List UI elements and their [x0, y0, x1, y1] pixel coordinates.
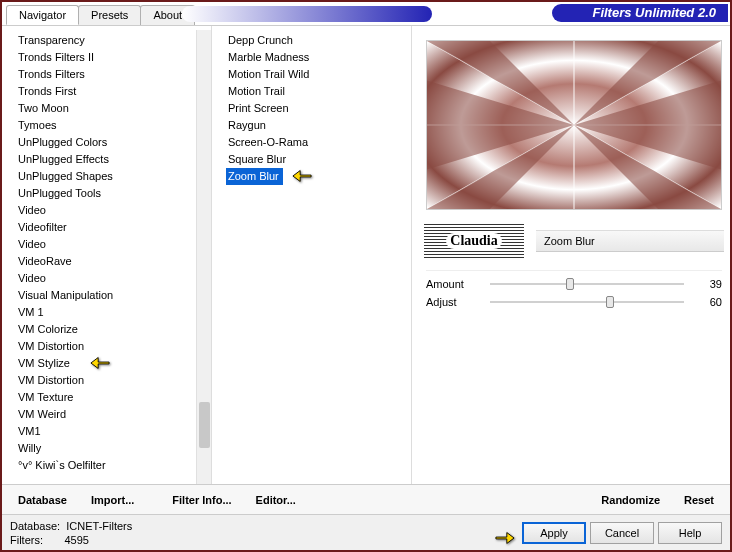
category-item[interactable]: UnPlugged Tools: [16, 185, 207, 202]
category-list[interactable]: TransparencyTronds Filters IITronds Filt…: [2, 30, 211, 484]
category-item[interactable]: Visual Manipulation: [16, 287, 207, 304]
zoom-blur-preview: [427, 41, 721, 209]
category-item[interactable]: Tronds First: [16, 83, 207, 100]
category-item[interactable]: VM Texture: [16, 389, 207, 406]
button-row: Apply Cancel Help: [522, 522, 722, 544]
category-item[interactable]: VM1: [16, 423, 207, 440]
slider-thumb[interactable]: [606, 296, 614, 308]
filter-item[interactable]: Raygun: [226, 117, 407, 134]
filter-item[interactable]: Print Screen: [226, 100, 407, 117]
filter-item[interactable]: Screen-O-Rama: [226, 134, 407, 151]
category-item[interactable]: VM Stylize: [16, 355, 207, 372]
apply-button[interactable]: Apply: [522, 522, 586, 544]
left-scrollbar[interactable]: [196, 30, 211, 484]
author-logo: Claudia: [424, 224, 524, 258]
category-item[interactable]: Tronds Filters II: [16, 49, 207, 66]
category-pane: TransparencyTronds Filters IITronds Filt…: [2, 26, 212, 484]
category-item[interactable]: VideoRave: [16, 253, 207, 270]
help-button[interactable]: Help: [658, 522, 722, 544]
slider-thumb[interactable]: [566, 278, 574, 290]
category-item[interactable]: Tymoes: [16, 117, 207, 134]
category-item[interactable]: Videofilter: [16, 219, 207, 236]
filter-pane: Depp CrunchMarble MadnessMotion Trail Wi…: [212, 26, 412, 484]
slider-track[interactable]: [490, 283, 684, 285]
main-area: TransparencyTronds Filters IITronds Filt…: [2, 26, 730, 484]
category-item[interactable]: Video: [16, 202, 207, 219]
pointer-hand-icon: [291, 166, 313, 186]
category-item[interactable]: VM Distortion: [16, 338, 207, 355]
filter-item[interactable]: Depp Crunch: [226, 32, 407, 49]
preview-pane: Claudia Zoom Blur Amount39Adjust60: [412, 26, 730, 484]
category-item[interactable]: UnPlugged Effects: [16, 151, 207, 168]
category-item[interactable]: Video: [16, 236, 207, 253]
filters-count: 4595: [64, 534, 88, 546]
category-item[interactable]: Two Moon: [16, 100, 207, 117]
preview-image: [426, 40, 722, 210]
editor-button[interactable]: Editor...: [246, 490, 306, 510]
author-logo-text: Claudia: [446, 233, 501, 249]
filters-label: Filters:: [10, 534, 43, 546]
title-gradient: [182, 6, 432, 22]
category-item[interactable]: UnPlugged Colors: [16, 134, 207, 151]
cancel-button[interactable]: Cancel: [590, 522, 654, 544]
import-button[interactable]: Import...: [81, 490, 144, 510]
db-name: ICNET-Filters: [66, 520, 132, 532]
category-item[interactable]: °v° Kiwi`s Oelfilter: [16, 457, 207, 474]
slider-value: 60: [698, 296, 722, 308]
filter-item[interactable]: Marble Madness: [226, 49, 407, 66]
category-item[interactable]: UnPlugged Shapes: [16, 168, 207, 185]
toolbar: Database Import... Filter Info... Editor…: [2, 484, 730, 514]
database-button[interactable]: Database: [8, 490, 77, 510]
db-label: Database:: [10, 520, 60, 532]
filter-item[interactable]: Motion Trail Wild: [226, 66, 407, 83]
pointer-hand-icon: [494, 528, 516, 548]
left-scroll-thumb[interactable]: [199, 402, 210, 447]
tab-strip: Navigator Presets About: [6, 5, 194, 25]
slider-track[interactable]: [490, 301, 684, 303]
filter-list[interactable]: Depp CrunchMarble MadnessMotion Trail Wi…: [212, 30, 411, 187]
category-item[interactable]: VM Weird: [16, 406, 207, 423]
randomize-button[interactable]: Randomize: [591, 490, 670, 510]
pointer-hand-icon: [89, 353, 111, 373]
category-item[interactable]: VM 1: [16, 304, 207, 321]
status-info: Database: ICNET-Filters Filters: 4595: [10, 519, 132, 547]
filter-item[interactable]: Motion Trail: [226, 83, 407, 100]
slider-row: Amount39: [426, 275, 722, 293]
category-item[interactable]: Video: [16, 270, 207, 287]
category-item[interactable]: VM Distortion: [16, 372, 207, 389]
filter-name: Zoom Blur: [536, 230, 724, 252]
slider-row: Adjust60: [426, 293, 722, 311]
category-item[interactable]: VM Colorize: [16, 321, 207, 338]
filter-item[interactable]: Zoom Blur: [226, 168, 283, 185]
category-item[interactable]: Tronds Filters: [16, 66, 207, 83]
slider-value: 39: [698, 278, 722, 290]
app-window: Navigator Presets About Filters Unlimite…: [0, 0, 732, 552]
filter-info-button[interactable]: Filter Info...: [162, 490, 241, 510]
slider-label: Adjust: [426, 296, 476, 308]
filter-header: Claudia Zoom Blur: [424, 224, 724, 258]
slider-label: Amount: [426, 278, 476, 290]
filter-item[interactable]: Square Blur: [226, 151, 407, 168]
tab-navigator[interactable]: Navigator: [6, 5, 79, 25]
reset-button[interactable]: Reset: [674, 490, 724, 510]
status-bar: Database: ICNET-Filters Filters: 4595 Ap…: [2, 514, 730, 550]
title-bar: Navigator Presets About Filters Unlimite…: [2, 2, 730, 26]
tab-presets[interactable]: Presets: [78, 5, 141, 25]
category-item[interactable]: Willy: [16, 440, 207, 457]
sliders-panel: Amount39Adjust60: [426, 270, 722, 311]
category-item[interactable]: Transparency: [16, 32, 207, 49]
app-title: Filters Unlimited 2.0: [552, 4, 728, 22]
